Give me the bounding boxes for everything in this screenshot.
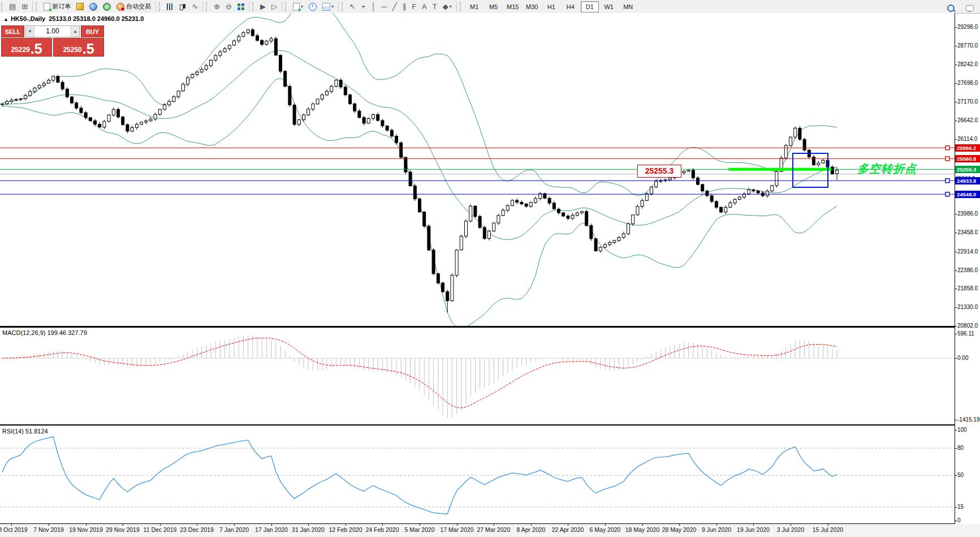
label-icon[interactable]: T: [430, 1, 439, 13]
vertical-line-icon[interactable]: │: [369, 1, 378, 13]
turning-point-annotation[interactable]: 多空转折点: [857, 161, 917, 177]
channel-icon[interactable]: ∥: [400, 1, 409, 13]
zoom-in-icon[interactable]: ⊕: [211, 1, 222, 13]
main-chart-pane[interactable]: [0, 13, 955, 327]
x-tick-mark: [86, 524, 87, 526]
buy-price-panel[interactable]: 25250 .5: [53, 38, 104, 57]
candle-body: [154, 114, 157, 119]
x-tick-mark: [568, 524, 568, 526]
chart-shift-icon[interactable]: ▷: [269, 1, 279, 13]
timeframe-w1[interactable]: W1: [600, 1, 618, 12]
candle-body: [288, 87, 291, 105]
x-tick-label: 28 Oct 2019: [0, 526, 28, 533]
auto-scroll-icon[interactable]: ▶: [258, 1, 268, 13]
buy-button[interactable]: BUY: [81, 25, 104, 37]
y-tick-label: 26642.0: [957, 117, 980, 124]
zoom-out-icon[interactable]: ⊖: [223, 1, 234, 13]
candle-body: [168, 101, 171, 105]
trendline-icon[interactable]: ╱: [390, 1, 399, 13]
text-icon[interactable]: A: [420, 1, 429, 13]
volume-up-button[interactable]: ▲: [71, 26, 79, 37]
cursor-icon[interactable]: ↖: [347, 1, 358, 13]
shapes-icon: ◆: [443, 3, 448, 10]
candle-body: [715, 201, 718, 207]
candle-body: [548, 198, 551, 203]
macd-tick-mark: [955, 358, 957, 359]
candle-body: [89, 118, 92, 121]
sell-price-panel[interactable]: 25229 .5: [1, 38, 52, 57]
indicator-list-icon: [322, 3, 330, 11]
volume-stepper: ▼ 1.00 ▲: [25, 25, 80, 37]
x-tick-label: 18 May 2020: [625, 526, 660, 533]
candle-body: [75, 103, 78, 108]
chart-window-icon[interactable]: ▤: [7, 1, 18, 13]
macd-tick-label: 596.11: [957, 330, 980, 337]
hline-handle[interactable]: [946, 192, 949, 196]
candle-body: [372, 115, 375, 119]
rsi-pane[interactable]: [0, 426, 955, 524]
community-icon[interactable]: [87, 1, 100, 13]
horizontal-line-icon[interactable]: ─: [379, 1, 389, 13]
shapes-icon[interactable]: ◆▾: [441, 1, 454, 13]
timeframe-m5[interactable]: M5: [485, 1, 503, 12]
x-tick-mark: [457, 524, 457, 526]
timeframe-mn[interactable]: MN: [619, 1, 637, 12]
timeframe-m30[interactable]: M30: [523, 1, 541, 12]
candle-body: [775, 171, 778, 186]
candle-body: [752, 190, 755, 191]
macd-pane[interactable]: [0, 327, 955, 426]
market-icon[interactable]: [74, 1, 86, 13]
price-annotation-box[interactable]: 25255.3: [637, 165, 681, 178]
add-indicator-icon[interactable]: ▾: [291, 1, 305, 13]
fibonacci-icon[interactable]: F: [409, 1, 418, 13]
candlestick-chart-icon[interactable]: [177, 1, 188, 13]
volume-field[interactable]: 1.00: [34, 26, 71, 37]
sell-button[interactable]: SELL: [1, 25, 24, 37]
timeframe-m1[interactable]: M1: [465, 1, 483, 12]
cursor-icon: ↖: [349, 3, 356, 10]
candle-body: [126, 124, 129, 131]
clock-icon[interactable]: [306, 1, 319, 13]
new-order-button[interactable]: 新订单: [41, 1, 73, 13]
timeframe-m15[interactable]: M15: [504, 1, 522, 12]
candle-body: [214, 55, 217, 60]
profiles-icon[interactable]: ⊞: [19, 1, 30, 13]
hline-handle[interactable]: [946, 146, 949, 150]
timeframe-d1[interactable]: D1: [581, 1, 599, 12]
tile-windows-icon[interactable]: [235, 1, 247, 13]
candle-body: [339, 80, 342, 87]
bar-chart-icon[interactable]: [165, 1, 176, 13]
indicator-list-icon[interactable]: ▾: [320, 1, 336, 13]
search-icon[interactable]: [945, 2, 957, 14]
volume-down-button[interactable]: ▼: [26, 26, 34, 37]
hline-handle[interactable]: [946, 179, 949, 183]
autotrade-button[interactable]: 自动交易: [114, 1, 153, 13]
hline-handle[interactable]: [946, 157, 949, 161]
timeframe-h1[interactable]: H1: [542, 1, 560, 12]
x-tick-mark: [234, 524, 235, 526]
candle-body: [650, 187, 653, 194]
crosshair-icon[interactable]: +: [359, 1, 368, 13]
candle-body: [683, 171, 685, 173]
chat-icon[interactable]: [964, 2, 976, 14]
candle-body: [784, 145, 787, 158]
signals-icon[interactable]: [101, 1, 113, 13]
candle-body: [177, 91, 180, 97]
candle-body: [6, 101, 8, 104]
candle-body: [163, 105, 166, 109]
toolbar-separator: [156, 2, 156, 12]
line-chart-icon[interactable]: ∿: [189, 1, 200, 13]
x-tick-label: 7 Jan 2020: [219, 526, 249, 533]
candle-body: [469, 206, 472, 221]
oneclick-expander-icon[interactable]: ▲: [3, 16, 8, 22]
candle-body: [279, 55, 282, 71]
candle-body: [687, 170, 690, 171]
search-icon: [947, 5, 955, 12]
timeframe-h4[interactable]: H4: [562, 1, 580, 12]
candle-body: [48, 80, 50, 83]
candle-body: [42, 83, 45, 85]
toolbar-separator: [202, 2, 203, 12]
toolbar-grip: [342, 2, 346, 11]
x-tick-mark: [679, 524, 680, 526]
signals-icon: [103, 3, 111, 11]
